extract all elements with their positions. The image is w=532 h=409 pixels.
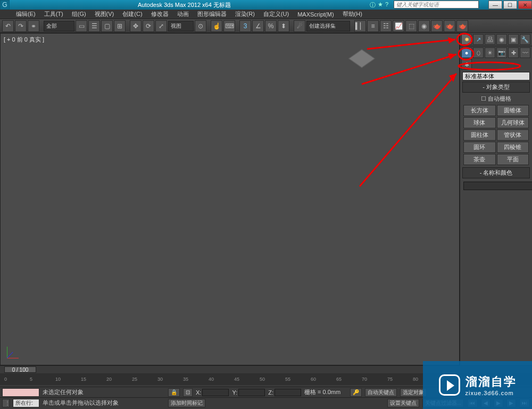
watermark: 溜溜自学 zixue.3d66.com [423,361,532,409]
menu-maxscript[interactable]: MAXScript(M) [297,11,334,18]
minimize-button[interactable]: — [488,1,502,9]
systems-tab[interactable]: ✱ [461,59,472,70]
named-selection-dropdown[interactable]: 创建选择集 [306,21,350,31]
menu-animation[interactable]: 动画 [177,10,189,18]
teapot-button[interactable]: 茶壶 [463,154,496,165]
window-crossing-button[interactable]: ⊞ [114,20,126,32]
geosphere-button[interactable]: 几何球体 [497,117,529,128]
menu-customize[interactable]: 自定义(U) [263,10,289,18]
utilities-tab[interactable]: 🔧 [520,34,530,45]
x-input[interactable] [202,389,229,396]
box-button[interactable]: 长方体 [463,105,496,116]
manip-button[interactable]: ☝ [211,20,222,32]
ref-coord-dropdown[interactable]: 视图 [168,21,194,31]
rollout-objecttype[interactable]: 对象类型 [462,81,530,93]
material-editor-button[interactable]: ◉ [418,20,430,32]
menu-tools[interactable]: 工具(T) [44,10,63,18]
spinner-snap-button[interactable]: ⬍ [278,20,289,32]
search-input[interactable] [394,1,479,9]
motion-tab[interactable]: ◉ [496,34,507,45]
torus-button[interactable]: 圆环 [463,142,496,153]
scale-button[interactable]: ⤢ [155,20,167,32]
keymode-button[interactable]: ⌨ [223,20,235,32]
key-icon[interactable]: 🔑 [350,388,362,397]
helpers-tab[interactable]: ✚ [508,47,519,58]
time-slider[interactable]: 0 / 100 [4,366,36,373]
menu-help[interactable]: 帮助(H) [343,10,362,18]
title-bar: G Autodesk 3ds Max 2012 x64 无标题 ⓘ ★ ? — … [0,0,532,10]
selection-status: 未选定任何对象 [43,388,165,396]
autogrid-check[interactable]: ☐ 自动栅格 [460,94,532,104]
display-tab[interactable]: ▣ [508,34,519,45]
viewcube[interactable] [348,50,375,68]
script-toggle[interactable]: ⋮ [2,399,10,407]
minilistener[interactable] [2,388,39,397]
move-button[interactable]: ✥ [130,20,142,32]
menu-edit[interactable]: 编辑(E) [16,10,36,18]
setkey-button[interactable]: 设置关键点 [387,399,419,407]
viewport[interactable]: [ + 0 前 0 真实 ] [0,33,460,365]
angle-snap-button[interactable]: ∠ [252,20,264,32]
menu-rendering[interactable]: 渲染(R) [235,10,255,18]
spacewarps-tab[interactable]: 〰 [520,47,530,58]
category-dropdown[interactable]: 标准基本体 [462,72,530,80]
link-button[interactable]: ⚭ [28,20,39,32]
edit-named-button[interactable]: ☄ [294,20,305,32]
menu-bar: 编辑(E) 工具(T) 组(G) 视图(V) 创建(C) 修改器 动画 图形编辑… [0,10,532,19]
rotate-button[interactable]: ⟳ [143,20,154,32]
main-area: [ + 0 前 0 真实 ] ✹ ↗ 品 ◉ ▣ 🔧 ● ⬯ ☀ 📷 ✚ 〰 ✱… [0,33,532,365]
menu-modifiers[interactable]: 修改器 [151,10,169,18]
select-region-button[interactable]: ▢ [101,20,113,32]
render-button[interactable]: 🫖 [456,20,468,32]
isolate-button[interactable]: ⊡ [183,388,193,397]
addtime-button[interactable]: 添加时间标记 [168,399,205,407]
select-object-button[interactable]: ▭ [76,20,87,32]
lock-button[interactable]: 🔒 [168,388,180,397]
info-icon[interactable]: ⓘ [370,1,376,9]
z-input[interactable] [275,389,301,396]
maximize-button[interactable]: ☐ [503,1,517,9]
undo-button[interactable]: ↶ [2,20,14,32]
modify-tab[interactable]: ↗ [473,34,484,45]
render-setup-button[interactable]: 🫖 [431,20,443,32]
y-input[interactable] [238,389,265,396]
selection-filter[interactable]: 全部 [44,21,74,31]
curve-editor-button[interactable]: 📈 [393,20,404,32]
pivot-button[interactable]: ⊙ [195,20,206,32]
menu-views[interactable]: 视图(V) [95,10,114,18]
lights-tab[interactable]: ☀ [485,47,495,58]
select-name-button[interactable]: ☰ [88,20,100,32]
align-button[interactable]: ≡ [367,20,379,32]
redo-button[interactable]: ↷ [15,20,27,32]
close-button[interactable]: ✕ [518,1,532,9]
snap-button[interactable]: 3 [239,20,251,32]
sphere-button[interactable]: 球体 [463,117,496,128]
rollout-namecolor[interactable]: 名称和颜色 [462,167,530,178]
menu-create[interactable]: 创建(C) [122,10,142,18]
shapes-tab[interactable]: ⬯ [473,47,484,58]
mirror-button[interactable]: ▍▏ [354,20,366,32]
menu-group[interactable]: 组(G) [72,10,86,18]
object-name-input[interactable] [463,182,532,190]
axis-gizmo [7,342,23,358]
cone-button[interactable]: 圆锥体 [497,105,529,116]
cylinder-button[interactable]: 圆柱体 [463,129,496,141]
percent-snap-button[interactable]: % [265,20,277,32]
render-frame-button[interactable]: 🫖 [444,20,455,32]
watermark-url: zixue.3d66.com [466,390,517,396]
geometry-tab[interactable]: ● [461,47,472,58]
pyramid-button[interactable]: 四棱锥 [497,142,529,153]
tube-button[interactable]: 管状体 [497,129,529,141]
plane-button[interactable]: 平面 [497,154,529,165]
create-tab[interactable]: ✹ [461,34,472,45]
hierarchy-tab[interactable]: 品 [485,34,495,45]
star-icon[interactable]: ★ [378,1,383,9]
help-icon[interactable]: ? [385,1,388,9]
row-label[interactable]: 所在行: [13,399,39,407]
menu-grapheditors[interactable]: 图形编辑器 [197,10,227,18]
schematic-button[interactable]: ⬚ [405,20,417,32]
cameras-tab[interactable]: 📷 [496,47,507,58]
layers-button[interactable]: ☷ [380,20,392,32]
watermark-icon [439,374,460,396]
autokey-button[interactable]: 自动关键点 [365,388,397,397]
